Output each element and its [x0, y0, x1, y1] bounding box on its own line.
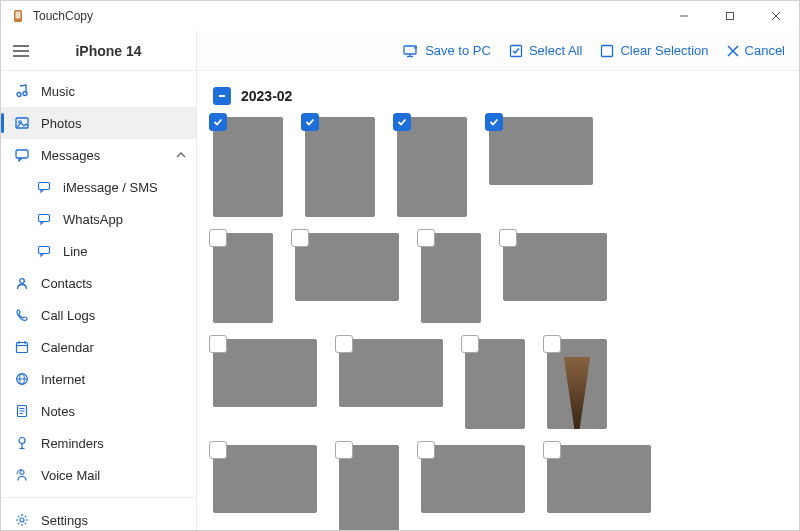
photo-checkbox[interactable]: [209, 113, 227, 131]
photo-thumbnail[interactable]: [213, 339, 317, 429]
sidebar-item-music[interactable]: Music: [1, 75, 196, 107]
photo-image: [397, 117, 467, 217]
chat-icon: [37, 244, 63, 258]
photo-image: [213, 117, 283, 217]
svg-rect-16: [39, 247, 50, 254]
messages-icon: [15, 148, 41, 162]
sidebar-item-label: Line: [63, 244, 88, 259]
photo-thumbnail[interactable]: [547, 339, 607, 429]
group-checkbox-indeterminate[interactable]: [213, 87, 231, 105]
sidebar-item-label: WhatsApp: [63, 212, 123, 227]
photo-checkbox[interactable]: [291, 229, 309, 247]
photo-thumbnail[interactable]: [489, 117, 593, 217]
sidebar-item-label: Notes: [41, 404, 75, 419]
photo-checkbox[interactable]: [543, 335, 561, 353]
menu-button[interactable]: [1, 45, 41, 57]
photo-image: [213, 445, 317, 513]
photo-checkbox[interactable]: [543, 441, 561, 459]
photo-thumbnail[interactable]: [339, 339, 443, 429]
sidebar-item-label: Call Logs: [41, 308, 95, 323]
sidebar-item-reminders[interactable]: Reminders: [1, 427, 196, 459]
svg-point-33: [20, 518, 24, 522]
sidebar-item-label: Calendar: [41, 340, 94, 355]
photo-thumbnail[interactable]: [397, 117, 467, 217]
photo-thumbnail[interactable]: [421, 233, 481, 323]
sidebar-item-label: iMessage / SMS: [63, 180, 158, 195]
clear-selection-button[interactable]: Clear Selection: [600, 43, 708, 58]
photo-thumbnail[interactable]: [547, 445, 651, 530]
cancel-button[interactable]: Cancel: [727, 43, 785, 58]
photo-row: [213, 339, 783, 429]
photo-image: [213, 339, 317, 407]
window-minimize-button[interactable]: [661, 1, 707, 31]
svg-point-32: [20, 471, 24, 475]
photo-checkbox[interactable]: [417, 441, 435, 459]
sidebar-item-settings[interactable]: Settings: [1, 504, 196, 530]
clear-selection-icon: [600, 44, 614, 58]
svg-point-9: [17, 93, 21, 97]
photo-checkbox[interactable]: [485, 113, 503, 131]
voicemail-icon: [15, 468, 41, 482]
photo-thumbnail[interactable]: [421, 445, 525, 530]
calendar-icon: [15, 340, 41, 354]
sidebar-item-voicemail[interactable]: Voice Mail: [1, 459, 196, 491]
photo-image: [305, 117, 375, 217]
toolbar-label: Save to PC: [425, 43, 491, 58]
select-all-button[interactable]: Select All: [509, 43, 582, 58]
photo-thumbnail[interactable]: [295, 233, 399, 323]
select-all-icon: [509, 44, 523, 58]
device-name: iPhone 14: [41, 43, 196, 59]
nav-separator: [1, 497, 196, 498]
photo-checkbox[interactable]: [499, 229, 517, 247]
photo-checkbox[interactable]: [209, 441, 227, 459]
photo-checkbox[interactable]: [461, 335, 479, 353]
svg-rect-13: [16, 150, 28, 158]
save-to-pc-button[interactable]: Save to PC: [403, 43, 491, 58]
photo-thumbnail[interactable]: [465, 339, 525, 429]
window-close-button[interactable]: [753, 1, 799, 31]
sidebar-item-label: Photos: [41, 116, 81, 131]
photo-image: [489, 117, 593, 185]
photo-thumbnail[interactable]: [503, 233, 607, 323]
sidebar-item-calendar[interactable]: Calendar: [1, 331, 196, 363]
sidebar-item-label: Settings: [41, 513, 88, 528]
sidebar-item-photos[interactable]: Photos: [1, 107, 196, 139]
sidebar-item-messages[interactable]: Messages: [1, 139, 196, 171]
photo-checkbox[interactable]: [209, 335, 227, 353]
sidebar-item-label: Internet: [41, 372, 85, 387]
music-icon: [15, 84, 41, 98]
photo-thumbnail[interactable]: [339, 445, 399, 530]
sidebar-item-whatsapp[interactable]: WhatsApp: [1, 203, 196, 235]
photo-checkbox[interactable]: [417, 229, 435, 247]
sidebar-item-call-logs[interactable]: Call Logs: [1, 299, 196, 331]
photo-checkbox[interactable]: [335, 335, 353, 353]
sidebar-item-notes[interactable]: Notes: [1, 395, 196, 427]
photo-row: [213, 117, 783, 217]
sidebar-item-line[interactable]: Line: [1, 235, 196, 267]
photo-checkbox[interactable]: [301, 113, 319, 131]
sidebar-item-contacts[interactable]: Contacts: [1, 267, 196, 299]
photo-checkbox[interactable]: [209, 229, 227, 247]
group-header[interactable]: 2023-02: [213, 87, 783, 105]
photo-thumbnail[interactable]: [305, 117, 375, 217]
photo-thumbnail[interactable]: [213, 117, 283, 217]
svg-rect-14: [39, 183, 50, 190]
sidebar-item-internet[interactable]: Internet: [1, 363, 196, 395]
photo-thumbnail[interactable]: [213, 233, 273, 323]
svg-rect-3: [727, 13, 734, 20]
close-icon: [727, 45, 739, 57]
save-icon: [403, 44, 419, 58]
svg-point-17: [20, 279, 25, 284]
photo-content[interactable]: 2023-02: [197, 71, 799, 530]
photos-icon: [15, 116, 41, 130]
svg-rect-34: [404, 46, 416, 54]
photo-image: [503, 233, 607, 301]
photo-checkbox[interactable]: [335, 441, 353, 459]
photo-thumbnail[interactable]: [213, 445, 317, 530]
gear-icon: [15, 513, 41, 527]
sidebar: iPhone 14 Music Photos Messages: [1, 31, 197, 530]
photo-checkbox[interactable]: [393, 113, 411, 131]
sidebar-item-imessage[interactable]: iMessage / SMS: [1, 171, 196, 203]
svg-rect-38: [602, 45, 613, 56]
window-maximize-button[interactable]: [707, 1, 753, 31]
